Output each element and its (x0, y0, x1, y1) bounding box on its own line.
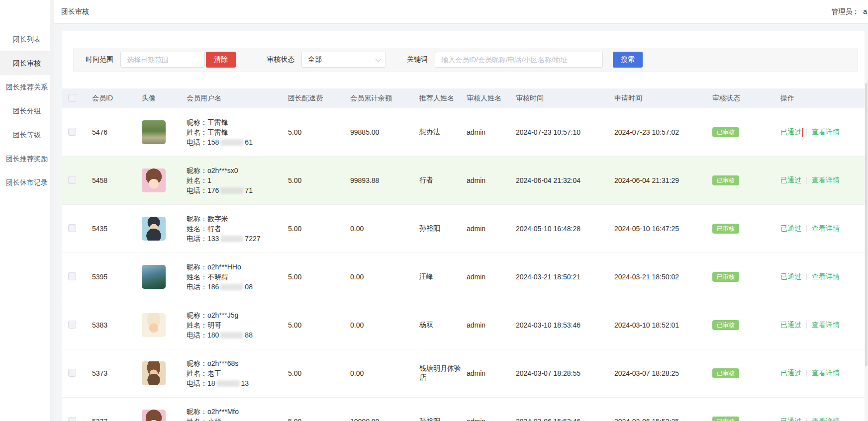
view-detail-link[interactable]: 查看详情 (812, 321, 840, 330)
table-row: 5458 昵称：o2h***sx0 姓名：1 电话：17671 5.00 998… (62, 157, 868, 205)
col-auditor: 审核人姓名 (462, 94, 509, 103)
approved-link[interactable]: 已通过 (780, 176, 801, 185)
phone-suffix: 08 (245, 283, 253, 291)
row-checkbox[interactable] (68, 321, 76, 329)
referrer-name: 想办法 (414, 128, 462, 137)
table-row: 5383 昵称：o2h***J5g 姓名：明哥 电话：18088 5.00 0.… (62, 301, 868, 349)
member-avatar (142, 313, 166, 337)
search-button[interactable]: 搜索 (613, 52, 643, 68)
op-divider (806, 177, 807, 184)
member-avatar (142, 410, 166, 421)
member-id: 5377 (87, 418, 133, 421)
audit-time: 2024-06-04 21:32:04 (509, 176, 608, 184)
delivery-fee: 5.00 (275, 176, 337, 184)
member-balance: 99893.88 (337, 176, 414, 184)
delivery-fee: 5.00 (275, 418, 337, 421)
row-checkbox[interactable] (68, 272, 76, 280)
nickname-label: 昵称： (187, 311, 207, 319)
auditor-name: admin (462, 225, 509, 233)
sidebar-item-referral-relations[interactable]: 团长推荐关系 (0, 75, 54, 99)
redacted-phone-digits (220, 284, 243, 290)
approved-link[interactable]: 已通过 (780, 128, 801, 137)
sidebar-item-referral-rewards[interactable]: 团长推荐奖励 (0, 147, 54, 170)
col-balance: 会员累计余额 (337, 94, 414, 103)
chevron-down-icon (375, 56, 382, 62)
nickname-label: 昵称： (187, 118, 207, 126)
status-badge: 已审核 (712, 320, 739, 330)
table-body: 5476 昵称：王雷锋 姓名：王雷锋 电话：15861 5.00 99885.0… (62, 108, 868, 421)
phone-label: 电话： (187, 379, 207, 387)
review-status-select[interactable]: 全部 (301, 52, 386, 68)
sidebar-item-leader-list[interactable]: 团长列表 (0, 27, 54, 51)
op-divider (806, 418, 807, 421)
scrollbar-thumb[interactable] (865, 83, 868, 366)
sidebar-item-leader-levels[interactable]: 团长等级 (0, 123, 54, 147)
view-detail-link[interactable]: 查看详情 (812, 176, 840, 185)
name-label: 姓名： (187, 369, 207, 377)
status-badge: 已审核 (712, 368, 739, 378)
view-detail-link[interactable]: 查看详情 (812, 417, 840, 421)
phone-prefix: 158 (207, 138, 219, 146)
member-avatar (142, 217, 166, 241)
col-apply-time: 申请时间 (608, 94, 705, 103)
date-range-label: 时间范围 (86, 55, 113, 64)
nickname-label: 昵称： (187, 167, 207, 174)
date-range-input[interactable] (120, 52, 205, 68)
audit-time: 2024-05-10 16:48:28 (509, 225, 608, 233)
referrer-name: 汪峰 (414, 272, 462, 281)
phone-prefix: 176 (207, 186, 219, 194)
row-checkbox[interactable] (68, 417, 76, 421)
members-table: 会员ID 头像 会员用户名 团长配送费 会员累计余额 推荐人姓名 审核人姓名 审… (62, 88, 868, 421)
referrer-name: 杨双 (414, 321, 462, 330)
redacted-phone-digits (220, 187, 243, 194)
view-detail-link[interactable]: 查看详情 (812, 369, 840, 378)
admin-prefix: 管理员： (831, 7, 859, 15)
phone-prefix: 180 (207, 331, 219, 339)
member-avatar (142, 120, 166, 144)
keyword-input[interactable] (435, 52, 603, 68)
phone-suffix: 61 (245, 138, 253, 146)
sidebar-scrollbar[interactable] (50, 0, 54, 421)
status-badge: 已审核 (712, 175, 739, 185)
auditor-name: admin (462, 273, 509, 281)
sidebar-item-market-close-records[interactable]: 团长休市记录 (0, 170, 54, 194)
approved-link[interactable]: 已通过 (780, 417, 801, 421)
member-id: 5383 (87, 321, 133, 329)
view-detail-link[interactable]: 查看详情 (812, 224, 840, 233)
sidebar: 团长列表 团长审核 团长推荐关系 团长分组 团长等级 团长推荐奖励 团长休市记录 (0, 0, 54, 421)
view-detail-link[interactable]: 查看详情 (812, 272, 840, 281)
delivery-fee: 5.00 (275, 321, 337, 329)
name-value: 1 (207, 176, 211, 184)
select-all-checkbox[interactable] (68, 94, 76, 102)
phone-suffix: 88 (245, 331, 253, 339)
member-avatar (142, 361, 166, 385)
member-id: 5476 (87, 128, 133, 136)
sidebar-item-leader-groups[interactable]: 团长分组 (0, 99, 54, 123)
table-row: 5395 昵称：o2h***HHo 姓名：不晓得 电话：18608 5.00 0… (62, 253, 868, 301)
nickname-value: 王雷锋 (207, 118, 228, 126)
audit-time: 2024-03-07 18:28:55 (509, 369, 608, 377)
approved-link[interactable]: 已通过 (780, 321, 801, 330)
approved-link[interactable]: 已通过 (780, 369, 801, 378)
nickname-label: 昵称： (187, 359, 207, 367)
row-checkbox[interactable] (68, 224, 76, 232)
audit-time: 2024-03-10 18:53:46 (509, 321, 608, 329)
view-detail-link[interactable]: 查看详情 (812, 128, 840, 137)
sidebar-item-leader-review[interactable]: 团长审核 (0, 51, 54, 75)
row-checkbox[interactable] (68, 176, 76, 184)
review-status-label: 审核状态 (267, 55, 294, 64)
op-divider (806, 225, 807, 232)
op-divider (806, 322, 807, 329)
admin-username: a (863, 7, 867, 15)
phone-label: 电话： (187, 186, 207, 194)
nickname-label: 昵称： (187, 263, 207, 271)
row-checkbox[interactable] (68, 128, 76, 136)
col-audit-time: 审核时间 (509, 94, 608, 103)
approved-link[interactable]: 已通过 (780, 224, 801, 233)
approved-link[interactable]: 已通过 (780, 272, 801, 281)
clear-button[interactable]: 清除 (206, 52, 236, 68)
member-userinfo: 昵称：数字米 姓名：行者 电话：1337227 (181, 214, 275, 244)
page-scrollbar[interactable] (865, 31, 868, 421)
apply-time: 2024-03-21 18:50:02 (608, 273, 705, 281)
row-checkbox[interactable] (68, 369, 76, 377)
